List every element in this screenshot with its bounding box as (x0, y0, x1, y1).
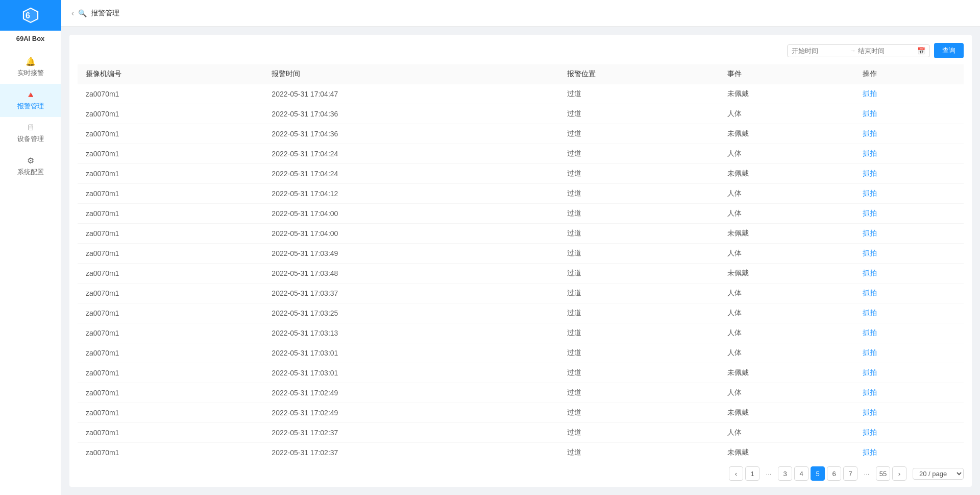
cell-time-0: 2022-05-31 17:04:47 (263, 84, 559, 104)
action-link-6[interactable]: 抓拍 (863, 209, 877, 217)
cell-event-1: 人体 (719, 104, 854, 124)
sidebar-item-device-label: 设备管理 (17, 134, 44, 144)
table-row: za0070m1 2022-05-31 17:04:47 过道 未佩戴 抓拍 (78, 84, 964, 104)
cell-action-13: 抓拍 (854, 343, 964, 363)
action-link-4[interactable]: 抓拍 (863, 169, 877, 177)
cell-location-10: 过道 (559, 284, 719, 303)
page-btn-6[interactable]: 6 (827, 466, 841, 481)
next-page-button[interactable]: › (892, 466, 906, 481)
sidebar-item-system[interactable]: ⚙ 系统配置 (0, 150, 61, 183)
cell-location-11: 过道 (559, 303, 719, 323)
cell-event-14: 未佩戴 (719, 363, 854, 383)
cell-camera-12: za0070m1 (78, 323, 263, 343)
cell-event-3: 人体 (719, 144, 854, 164)
cell-camera-15: za0070m1 (78, 383, 263, 403)
cell-action-6: 抓拍 (854, 204, 964, 224)
sidebar-item-realtime[interactable]: 🔔 实时接警 (0, 51, 61, 84)
pagination: ‹ 1 ··· 3 4 5 6 7 ··· 55 › 20 / page 50 … (78, 461, 964, 483)
cell-action-18: 抓拍 (854, 443, 964, 462)
action-link-8[interactable]: 抓拍 (863, 249, 877, 257)
action-link-16[interactable]: 抓拍 (863, 408, 877, 416)
cell-camera-9: za0070m1 (78, 264, 263, 284)
query-button[interactable]: 查询 (934, 43, 964, 58)
action-link-5[interactable]: 抓拍 (863, 189, 877, 197)
calendar-icon[interactable]: 📅 (917, 47, 925, 55)
filter-bar: → 📅 查询 (78, 43, 964, 58)
cell-camera-6: za0070m1 (78, 204, 263, 224)
action-link-15[interactable]: 抓拍 (863, 388, 877, 396)
cell-location-3: 过道 (559, 144, 719, 164)
table-row: za0070m1 2022-05-31 17:04:24 过道 人体 抓拍 (78, 144, 964, 164)
date-range-picker[interactable]: → 📅 (787, 44, 930, 57)
cell-camera-5: za0070m1 (78, 184, 263, 204)
cell-camera-18: za0070m1 (78, 443, 263, 462)
col-camera: 摄像机编号 (78, 64, 263, 84)
page-title: 报警管理 (91, 9, 119, 18)
action-link-0[interactable]: 抓拍 (863, 89, 877, 98)
cell-time-7: 2022-05-31 17:04:00 (263, 224, 559, 244)
cell-action-10: 抓拍 (854, 284, 964, 303)
cell-event-18: 未佩戴 (719, 443, 854, 462)
cell-action-11: 抓拍 (854, 303, 964, 323)
cell-event-5: 人体 (719, 184, 854, 204)
collapse-icon[interactable]: ‹ (71, 9, 74, 18)
cell-time-17: 2022-05-31 17:02:37 (263, 423, 559, 443)
cell-location-13: 过道 (559, 343, 719, 363)
cell-time-5: 2022-05-31 17:04:12 (263, 184, 559, 204)
table-header: 摄像机编号 报警时间 报警位置 事件 操作 (78, 64, 964, 84)
cell-action-2: 抓拍 (854, 124, 964, 144)
action-link-12[interactable]: 抓拍 (863, 328, 877, 337)
cell-action-4: 抓拍 (854, 164, 964, 184)
cell-camera-3: za0070m1 (78, 144, 263, 164)
page-btn-7[interactable]: 7 (843, 466, 857, 481)
col-location: 报警位置 (559, 64, 719, 84)
action-link-14[interactable]: 抓拍 (863, 368, 877, 376)
cell-location-9: 过道 (559, 264, 719, 284)
action-link-2[interactable]: 抓拍 (863, 129, 877, 137)
table-row: za0070m1 2022-05-31 17:03:01 过道 未佩戴 抓拍 (78, 363, 964, 383)
alarm-table: 摄像机编号 报警时间 报警位置 事件 操作 za0070m1 2022-05-3… (78, 64, 964, 461)
content-panel: → 📅 查询 摄像机编号 报警时间 报警位置 事件 操作 (69, 35, 972, 487)
sidebar-item-realtime-label: 实时接警 (17, 68, 44, 78)
sidebar-item-device[interactable]: 🖥 设备管理 (0, 117, 61, 150)
action-link-3[interactable]: 抓拍 (863, 149, 877, 157)
table-row: za0070m1 2022-05-31 17:04:36 过道 未佩戴 抓拍 (78, 124, 964, 144)
action-link-9[interactable]: 抓拍 (863, 269, 877, 277)
action-link-18[interactable]: 抓拍 (863, 448, 877, 456)
cell-location-18: 过道 (559, 443, 719, 462)
table-body: za0070m1 2022-05-31 17:04:47 过道 未佩戴 抓拍 z… (78, 84, 964, 462)
page-btn-1[interactable]: 1 (745, 466, 760, 481)
cell-action-0: 抓拍 (854, 84, 964, 104)
cell-time-14: 2022-05-31 17:03:01 (263, 363, 559, 383)
action-link-17[interactable]: 抓拍 (863, 428, 877, 436)
date-arrow: → (850, 47, 856, 54)
col-action: 操作 (854, 64, 964, 84)
end-time-input[interactable] (858, 47, 914, 55)
start-time-input[interactable] (792, 47, 848, 55)
sidebar-nav: 🔔 实时接警 🔺 报警管理 🖥 设备管理 ⚙ 系统配置 (0, 51, 61, 183)
cell-time-2: 2022-05-31 17:04:36 (263, 124, 559, 144)
cell-action-7: 抓拍 (854, 224, 964, 244)
cell-time-3: 2022-05-31 17:04:24 (263, 144, 559, 164)
cell-location-12: 过道 (559, 323, 719, 343)
page-size-select[interactable]: 20 / page 50 / page 100 / page (913, 468, 964, 480)
page-btn-5[interactable]: 5 (811, 466, 825, 481)
action-link-10[interactable]: 抓拍 (863, 289, 877, 297)
sidebar-item-alarm[interactable]: 🔺 报警管理 (0, 84, 61, 117)
table-container: 摄像机编号 报警时间 报警位置 事件 操作 za0070m1 2022-05-3… (78, 64, 964, 461)
action-link-11[interactable]: 抓拍 (863, 309, 877, 317)
page-btn-55[interactable]: 55 (876, 466, 890, 481)
cell-time-11: 2022-05-31 17:03:25 (263, 303, 559, 323)
page-btn-4[interactable]: 4 (794, 466, 808, 481)
action-link-1[interactable]: 抓拍 (863, 109, 877, 117)
cell-time-18: 2022-05-31 17:02:37 (263, 443, 559, 462)
prev-page-button[interactable]: ‹ (729, 466, 743, 481)
action-link-13[interactable]: 抓拍 (863, 348, 877, 357)
action-link-7[interactable]: 抓拍 (863, 229, 877, 237)
col-time: 报警时间 (263, 64, 559, 84)
page-btn-3[interactable]: 3 (778, 466, 792, 481)
cell-location-14: 过道 (559, 363, 719, 383)
cell-event-17: 人体 (719, 423, 854, 443)
gear-icon: ⚙ (27, 156, 34, 166)
cell-location-1: 过道 (559, 104, 719, 124)
